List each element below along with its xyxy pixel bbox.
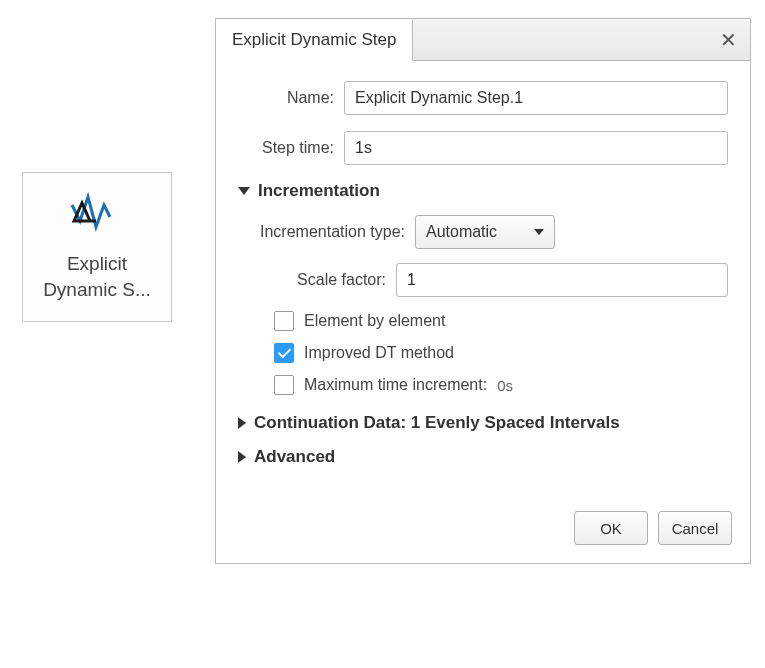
- continuation-data-section-header[interactable]: Continuation Data: 1 Evenly Spaced Inter…: [238, 413, 728, 433]
- incrementation-type-label: Incrementation type:: [260, 223, 405, 241]
- scale-factor-label: Scale factor:: [260, 271, 386, 289]
- explicit-dynamic-step-icon: [66, 191, 128, 239]
- chevron-down-icon: [534, 229, 544, 235]
- scale-factor-input[interactable]: [396, 263, 728, 297]
- ok-button-label: OK: [600, 520, 622, 537]
- advanced-section-header[interactable]: Advanced: [238, 447, 728, 467]
- close-icon: ✕: [720, 28, 737, 52]
- dialog-body: Name: Step time: Incrementation Incremen…: [216, 61, 750, 497]
- incrementation-section-header[interactable]: Incrementation: [238, 181, 728, 201]
- dialog-tab-label: Explicit Dynamic Step: [232, 30, 396, 50]
- advanced-header-label: Advanced: [254, 447, 335, 467]
- ok-button[interactable]: OK: [574, 511, 648, 545]
- name-input[interactable]: [344, 81, 728, 115]
- name-label: Name:: [238, 89, 334, 107]
- close-button[interactable]: ✕: [706, 19, 750, 60]
- explicit-dynamic-step-dialog: Explicit Dynamic Step ✕ Name: Step time:…: [215, 18, 751, 564]
- max-time-increment-value: 0s: [497, 377, 513, 394]
- element-by-element-label: Element by element: [304, 312, 445, 330]
- continuation-data-header-label: Continuation Data: 1 Evenly Spaced Inter…: [254, 413, 620, 433]
- max-time-increment-checkbox[interactable]: [274, 375, 294, 395]
- max-time-increment-label: Maximum time increment:: [304, 376, 487, 394]
- dialog-tab[interactable]: Explicit Dynamic Step: [216, 20, 413, 61]
- step-time-label: Step time:: [238, 139, 334, 157]
- chevron-right-icon: [238, 451, 246, 463]
- improved-dt-checkbox[interactable]: [274, 343, 294, 363]
- incrementation-header-label: Incrementation: [258, 181, 380, 201]
- dialog-header: Explicit Dynamic Step ✕: [216, 19, 750, 61]
- tool-button-label: Explicit Dynamic S...: [43, 251, 151, 302]
- tab-filler: [413, 19, 706, 60]
- cancel-button[interactable]: Cancel: [658, 511, 732, 545]
- step-time-input[interactable]: [344, 131, 728, 165]
- cancel-button-label: Cancel: [672, 520, 719, 537]
- element-by-element-checkbox[interactable]: [274, 311, 294, 331]
- chevron-right-icon: [238, 417, 246, 429]
- explicit-dynamic-step-tool-button[interactable]: Explicit Dynamic S...: [22, 172, 172, 322]
- incrementation-type-dropdown[interactable]: Automatic: [415, 215, 555, 249]
- chevron-down-icon: [238, 187, 250, 195]
- incrementation-type-value: Automatic: [426, 223, 497, 241]
- dialog-footer: OK Cancel: [216, 497, 750, 563]
- improved-dt-label: Improved DT method: [304, 344, 454, 362]
